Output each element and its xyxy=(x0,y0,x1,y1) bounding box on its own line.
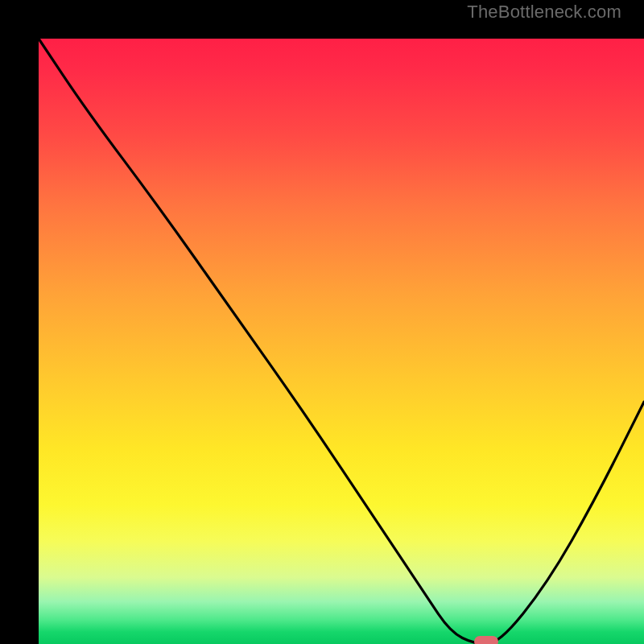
bottleneck-curve xyxy=(39,39,644,644)
plot-area xyxy=(39,39,644,644)
optimal-marker xyxy=(474,636,498,644)
watermark-text: TheBottleneck.com xyxy=(467,2,621,23)
chart-frame xyxy=(0,0,644,644)
